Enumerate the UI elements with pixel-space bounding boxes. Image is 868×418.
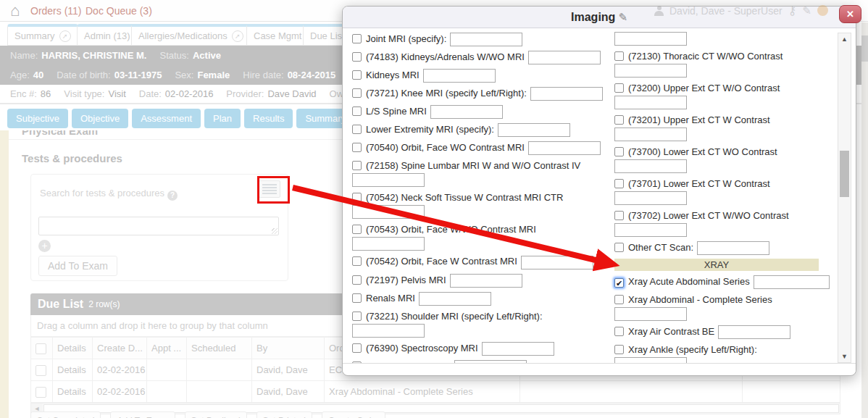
pencil-icon: ✎ — [802, 4, 811, 17]
checklist-item-input[interactable] — [352, 237, 425, 251]
checklist-item-row: (70540) Orbit, Face WO Contrast MRI — [352, 141, 614, 155]
modal-body: Joint MRI (specify):(74183) Kidneys/Adre… — [343, 28, 856, 363]
checklist-item-label: L/S Spine MRI — [366, 106, 427, 117]
checkbox[interactable] — [352, 275, 362, 285]
checkbox[interactable] — [352, 361, 362, 363]
checklist-item-row: Lower Extremity MRI (specify): — [352, 122, 614, 137]
close-icon: ✕ — [846, 9, 854, 20]
checklist-item-label: (73200) Upper Ext CT W/O Contrast — [628, 83, 780, 93]
checklist-item-input[interactable] — [718, 325, 790, 339]
scroll-up-icon[interactable]: ▲ — [838, 33, 851, 45]
checklist-item-label: Lower Extremity MRI (specify): — [366, 124, 494, 135]
checkbox[interactable] — [614, 83, 624, 93]
checklist-item-input[interactable] — [614, 159, 687, 173]
checklist-item-input[interactable] — [614, 191, 687, 205]
checklist-item-row: (73702) Lower Ext CT W/WO Contrast — [614, 209, 829, 222]
checklist-item-input[interactable] — [614, 307, 687, 321]
checklist-item — [614, 32, 829, 46]
modal-right-column: (72130) Thoracic CT W/WO Contrast(73200)… — [614, 32, 829, 363]
checkbox[interactable] — [352, 161, 362, 170]
checkbox[interactable] — [352, 293, 362, 303]
close-button[interactable]: ✕ — [839, 5, 861, 23]
checklist-item-input[interactable] — [430, 105, 503, 119]
checklist-item-label: (72158) Spine Lumbar MRI W and W/O Contr… — [366, 160, 580, 171]
checklist-item-input[interactable] — [697, 241, 769, 255]
checklist-item-input[interactable] — [352, 324, 425, 338]
checkbox[interactable] — [614, 211, 624, 220]
checklist-item-input[interactable] — [614, 32, 687, 46]
checklist-item: (70540) Orbit, Face WO Contrast MRI — [352, 141, 614, 155]
checkbox[interactable] — [352, 193, 362, 202]
modal-title: Imaging — [571, 11, 615, 23]
checklist-item-row: Renals MRI — [352, 291, 614, 306]
checklist-item-input[interactable] — [530, 87, 603, 101]
checkbox[interactable] — [614, 327, 624, 336]
checklist-item: Xray Abdominal - Complete Series — [614, 293, 829, 321]
checklist-item-input[interactable] — [614, 64, 687, 78]
modal-scrollbar[interactable]: ▲ ▼ — [838, 33, 851, 363]
imaging-modal: Imaging✎ ✕ Joint MRI (specify):(74183) K… — [342, 6, 856, 376]
modal-scrollbar-thumb[interactable] — [840, 151, 849, 197]
checklist-item-row: L/S Spine MRI — [352, 104, 614, 119]
user-menu: David, Dave - SuperUser ⚷ ✎ — [654, 4, 828, 17]
checklist-item-input[interactable] — [352, 205, 425, 219]
checklist-item: (74183) Kidneys/Adrenals W/WO MRI — [352, 50, 614, 64]
checklist-item-input[interactable] — [614, 223, 687, 237]
checklist-item-row: (73721) Knee MRI (specify Left/Right): — [352, 86, 614, 101]
checkbox[interactable] — [352, 312, 362, 321]
checklist-item-label: (72130) Thoracic CT W/WO Contrast — [628, 51, 783, 62]
checklist-item-input[interactable] — [419, 292, 491, 306]
checklist-item-input[interactable] — [423, 69, 496, 83]
scroll-down-icon[interactable]: ▼ — [838, 351, 851, 362]
checklist-item-label: (76390) Spectroscopy MRI — [366, 343, 478, 354]
checkbox[interactable] — [352, 52, 362, 62]
checklist-item-label: (73701) Lower Ext CT W Contrast — [628, 178, 770, 189]
checklist-item-input[interactable] — [450, 33, 522, 46]
checkbox[interactable] — [614, 51, 624, 61]
checkbox[interactable] — [352, 343, 362, 353]
checklist-item-input[interactable] — [614, 128, 687, 141]
checklist-item-row: (73700) Lower Ext CT WO Contrast — [614, 145, 829, 159]
checklist-item: (73700) Lower Ext CT WO Contrast — [614, 145, 829, 173]
user-icon — [654, 6, 664, 15]
checkbox[interactable] — [614, 147, 624, 156]
checklist-item-input[interactable] — [614, 357, 687, 363]
checklist-item-label: Xray Abdominal - Complete Series — [628, 294, 772, 305]
checklist-item-input[interactable] — [498, 123, 570, 137]
checkbox[interactable] — [352, 125, 362, 134]
checklist-item: (73702) Lower Ext CT W/WO Contrast — [614, 209, 829, 237]
checkbox[interactable] — [352, 70, 362, 80]
checkbox[interactable] — [352, 143, 362, 152]
checkbox[interactable] — [614, 115, 624, 125]
checkbox[interactable] — [352, 225, 362, 234]
checklist-item-input[interactable] — [614, 96, 687, 109]
checklist-item-input[interactable] — [754, 275, 830, 289]
checkbox[interactable] — [614, 295, 624, 304]
checklist-item-row: (70542) Orbit, Face W Contrast MRI — [352, 254, 614, 269]
checklist-item: (70543) Orbit, Face W/WO Contrast MRI — [352, 222, 614, 251]
checklist-item-input[interactable] — [450, 274, 522, 288]
checklist-item-input[interactable] — [528, 141, 601, 155]
pencil-icon[interactable]: ✎ — [618, 11, 627, 23]
checkbox[interactable] — [352, 106, 362, 116]
checklist-item-input[interactable] — [521, 256, 593, 269]
checkbox[interactable] — [352, 34, 362, 43]
checkbox[interactable] — [614, 243, 624, 252]
checkbox[interactable] — [614, 179, 624, 188]
checkbox[interactable] — [352, 88, 362, 98]
checklist-item-input[interactable] — [482, 342, 554, 356]
checklist-item-row: ✔Xray Acute Abdominal Series — [614, 275, 829, 289]
checklist-item-row: Kidneys MRI — [352, 68, 614, 83]
key-icon: ⚷ — [788, 4, 797, 17]
checklist-item-label: (70542) Neck Soft Tissue W Contrast MRI … — [366, 192, 563, 203]
checkbox[interactable] — [614, 345, 624, 354]
checklist-item: Spine MRI (specify): — [352, 359, 614, 363]
checklist-item-input[interactable] — [528, 51, 601, 64]
checklist-item-row: (72130) Thoracic CT W/WO Contrast — [614, 49, 829, 63]
checklist-item: (76390) Spectroscopy MRI — [352, 341, 614, 356]
checklist-item-input[interactable] — [352, 173, 425, 187]
checklist-item: Renals MRI — [352, 291, 614, 306]
checklist-item-input[interactable] — [454, 360, 527, 363]
checkbox[interactable] — [352, 256, 362, 266]
checkbox[interactable]: ✔ — [614, 278, 624, 288]
